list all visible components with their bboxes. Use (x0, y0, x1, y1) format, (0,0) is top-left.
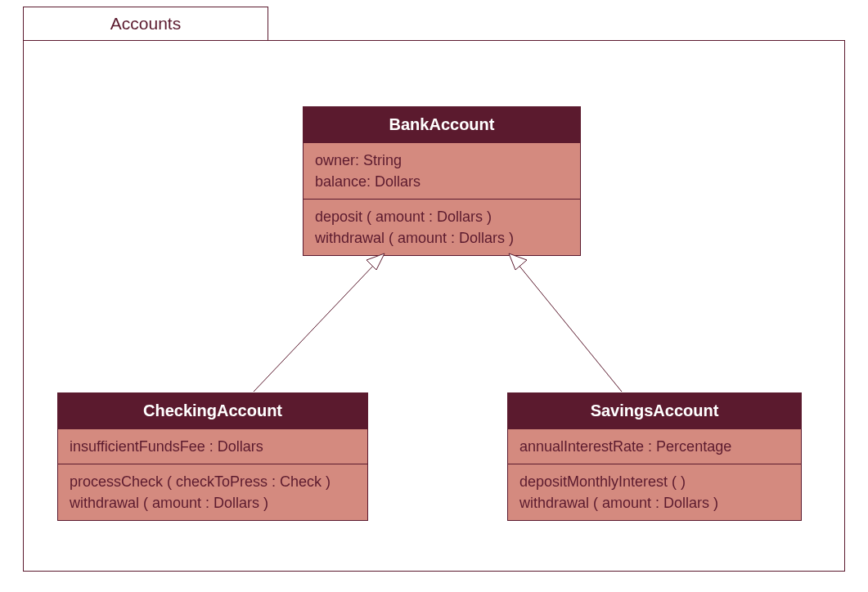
package-tab: Accounts (23, 7, 268, 41)
class-header-savingsaccount: SavingsAccount (508, 393, 801, 428)
package-name: Accounts (110, 14, 181, 34)
class-attributes-checkingaccount: insufficientFundsFee : Dollars (58, 428, 367, 464)
method: depositMonthlyInterest ( ) (519, 471, 789, 492)
class-header-checkingaccount: CheckingAccount (58, 393, 367, 428)
attr: balance: Dollars (315, 171, 569, 192)
class-attributes-savingsaccount: annualInterestRate : Percentage (508, 428, 801, 464)
class-methods-bankaccount: deposit ( amount : Dollars ) withdrawal … (304, 199, 580, 255)
method: deposit ( amount : Dollars ) (315, 206, 569, 227)
attr: annualInterestRate : Percentage (519, 436, 789, 457)
class-checkingaccount: CheckingAccount insufficientFundsFee : D… (57, 392, 368, 521)
class-bankaccount: BankAccount owner: String balance: Dolla… (303, 106, 581, 256)
class-methods-savingsaccount: depositMonthlyInterest ( ) withdrawal ( … (508, 464, 801, 520)
method: withdrawal ( amount : Dollars ) (70, 492, 356, 514)
class-attributes-bankaccount: owner: String balance: Dollars (304, 142, 580, 199)
method: withdrawal ( amount : Dollars ) (519, 492, 789, 514)
attr: insufficientFundsFee : Dollars (70, 436, 356, 457)
class-savingsaccount: SavingsAccount annualInterestRate : Perc… (507, 392, 802, 521)
attr: owner: String (315, 150, 569, 171)
method: withdrawal ( amount : Dollars ) (315, 227, 569, 249)
class-methods-checkingaccount: processCheck ( checkToPress : Check ) wi… (58, 464, 367, 520)
method: processCheck ( checkToPress : Check ) (70, 471, 356, 492)
class-header-bankaccount: BankAccount (304, 107, 580, 142)
